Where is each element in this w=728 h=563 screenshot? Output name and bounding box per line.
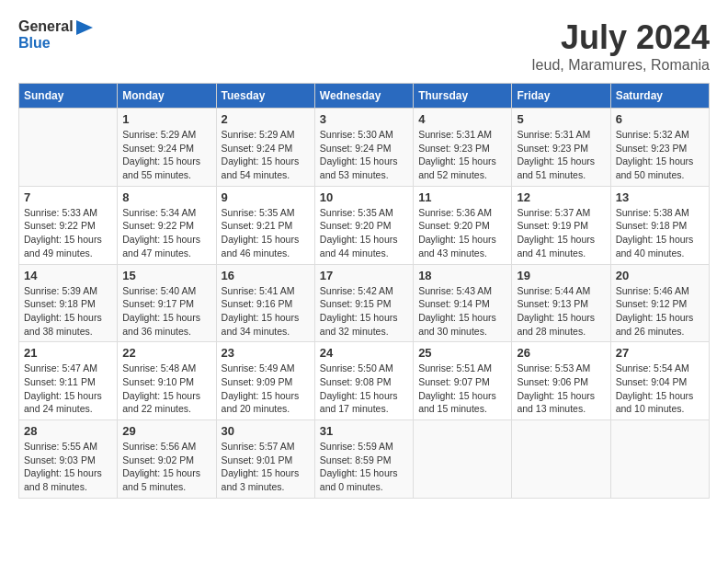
calendar-cell: 4Sunrise: 5:31 AMSunset: 9:23 PMDaylight… [414, 109, 512, 187]
calendar-cell: 26Sunrise: 5:53 AMSunset: 9:06 PMDayligh… [512, 342, 610, 420]
calendar-cell: 24Sunrise: 5:50 AMSunset: 9:08 PMDayligh… [314, 342, 413, 420]
day-info: Sunrise: 5:41 AMSunset: 9:16 PMDaylight:… [222, 284, 310, 339]
day-info: Sunrise: 5:39 AMSunset: 9:18 PMDaylight:… [24, 284, 112, 339]
logo-line1: General [18, 18, 93, 35]
day-info: Sunrise: 5:49 AMSunset: 9:09 PMDaylight:… [222, 362, 310, 416]
header-monday: Monday [118, 84, 216, 109]
calendar-cell: 18Sunrise: 5:43 AMSunset: 9:14 PMDayligh… [414, 264, 512, 342]
day-number: 2 [222, 112, 310, 126]
header-friday: Friday [512, 84, 610, 109]
day-number: 11 [418, 190, 506, 204]
calendar-cell: 29Sunrise: 5:56 AMSunset: 9:02 PMDayligh… [118, 420, 216, 499]
day-number: 29 [122, 424, 210, 438]
calendar-cell: 12Sunrise: 5:37 AMSunset: 9:19 PMDayligh… [512, 186, 610, 264]
calendar-cell: 13Sunrise: 5:38 AMSunset: 9:18 PMDayligh… [610, 186, 709, 264]
day-info: Sunrise: 5:37 AMSunset: 9:19 PMDaylight:… [517, 206, 605, 260]
day-info: Sunrise: 5:38 AMSunset: 9:18 PMDaylight:… [616, 206, 704, 260]
day-info: Sunrise: 5:34 AMSunset: 9:22 PMDaylight:… [122, 206, 210, 260]
calendar-cell: 7Sunrise: 5:33 AMSunset: 9:22 PMDaylight… [19, 186, 118, 264]
day-number: 26 [517, 346, 605, 360]
calendar-cell: 10Sunrise: 5:35 AMSunset: 9:20 PMDayligh… [314, 186, 413, 264]
calendar-cell [610, 420, 709, 499]
day-number: 7 [24, 190, 112, 204]
calendar-cell: 20Sunrise: 5:46 AMSunset: 9:12 PMDayligh… [610, 264, 709, 342]
day-number: 24 [320, 346, 408, 360]
calendar-cell: 22Sunrise: 5:48 AMSunset: 9:10 PMDayligh… [118, 342, 216, 420]
calendar-cell: 1Sunrise: 5:29 AMSunset: 9:24 PMDaylight… [118, 109, 216, 187]
logo: General Blue [18, 18, 93, 51]
calendar-cell [19, 109, 118, 187]
calendar-cell [512, 420, 610, 499]
header-saturday: Saturday [610, 84, 709, 109]
calendar-cell: 16Sunrise: 5:41 AMSunset: 9:16 PMDayligh… [216, 264, 314, 342]
calendar-cell: 9Sunrise: 5:35 AMSunset: 9:21 PMDaylight… [216, 186, 314, 264]
day-info: Sunrise: 5:29 AMSunset: 9:24 PMDaylight:… [222, 128, 310, 182]
calendar-cell: 30Sunrise: 5:57 AMSunset: 9:01 PMDayligh… [216, 420, 314, 499]
week-row-3: 14Sunrise: 5:39 AMSunset: 9:18 PMDayligh… [19, 264, 710, 342]
calendar-cell: 8Sunrise: 5:34 AMSunset: 9:22 PMDaylight… [118, 186, 216, 264]
day-info: Sunrise: 5:57 AMSunset: 9:01 PMDaylight:… [222, 440, 310, 494]
day-info: Sunrise: 5:46 AMSunset: 9:12 PMDaylight:… [616, 284, 704, 339]
month-year-title: July 2024 [531, 18, 710, 57]
calendar-cell: 3Sunrise: 5:30 AMSunset: 9:24 PMDaylight… [314, 109, 413, 187]
day-number: 23 [222, 346, 310, 360]
week-row-2: 7Sunrise: 5:33 AMSunset: 9:22 PMDaylight… [19, 186, 710, 264]
day-number: 21 [24, 346, 112, 360]
day-number: 12 [517, 190, 605, 204]
day-info: Sunrise: 5:42 AMSunset: 9:15 PMDaylight:… [320, 284, 408, 339]
header-tuesday: Tuesday [216, 84, 314, 109]
calendar-table: SundayMondayTuesdayWednesdayThursdayFrid… [18, 83, 710, 499]
logo-line2: Blue [18, 35, 93, 52]
day-number: 10 [320, 190, 408, 204]
day-number: 20 [616, 269, 704, 282]
calendar-cell: 17Sunrise: 5:42 AMSunset: 9:15 PMDayligh… [314, 264, 413, 342]
day-number: 6 [616, 112, 704, 126]
calendar-cell: 31Sunrise: 5:59 AMSunset: 8:59 PMDayligh… [314, 420, 413, 499]
week-row-4: 21Sunrise: 5:47 AMSunset: 9:11 PMDayligh… [19, 342, 710, 420]
day-info: Sunrise: 5:56 AMSunset: 9:02 PMDaylight:… [122, 440, 210, 494]
calendar-cell: 2Sunrise: 5:29 AMSunset: 9:24 PMDaylight… [216, 109, 314, 187]
calendar-cell [414, 420, 512, 499]
calendar-cell: 23Sunrise: 5:49 AMSunset: 9:09 PMDayligh… [216, 342, 314, 420]
day-number: 4 [418, 112, 506, 126]
day-number: 9 [222, 190, 310, 204]
day-info: Sunrise: 5:51 AMSunset: 9:07 PMDaylight:… [418, 362, 506, 416]
location-subtitle: Ieud, Maramures, Romania [531, 57, 710, 74]
day-number: 3 [320, 112, 408, 126]
svg-marker-0 [76, 20, 93, 35]
day-number: 18 [418, 269, 506, 282]
header-row: SundayMondayTuesdayWednesdayThursdayFrid… [19, 84, 710, 109]
day-number: 28 [24, 424, 112, 438]
day-info: Sunrise: 5:53 AMSunset: 9:06 PMDaylight:… [517, 362, 605, 416]
calendar-cell: 14Sunrise: 5:39 AMSunset: 9:18 PMDayligh… [19, 264, 118, 342]
day-info: Sunrise: 5:33 AMSunset: 9:22 PMDaylight:… [24, 206, 112, 260]
day-number: 25 [418, 346, 506, 360]
day-info: Sunrise: 5:36 AMSunset: 9:20 PMDaylight:… [418, 206, 506, 260]
calendar-cell: 5Sunrise: 5:31 AMSunset: 9:23 PMDaylight… [512, 109, 610, 187]
day-number: 30 [222, 424, 310, 438]
day-info: Sunrise: 5:59 AMSunset: 8:59 PMDaylight:… [320, 440, 408, 494]
day-info: Sunrise: 5:31 AMSunset: 9:23 PMDaylight:… [517, 128, 605, 182]
calendar-cell: 27Sunrise: 5:54 AMSunset: 9:04 PMDayligh… [610, 342, 709, 420]
header-sunday: Sunday [19, 84, 118, 109]
day-info: Sunrise: 5:43 AMSunset: 9:14 PMDaylight:… [418, 284, 506, 339]
day-number: 17 [320, 269, 408, 282]
day-info: Sunrise: 5:44 AMSunset: 9:13 PMDaylight:… [517, 284, 605, 339]
day-info: Sunrise: 5:40 AMSunset: 9:17 PMDaylight:… [122, 284, 210, 339]
title-block: July 2024 Ieud, Maramures, Romania [531, 18, 710, 74]
day-number: 13 [616, 190, 704, 204]
day-number: 31 [320, 424, 408, 438]
week-row-1: 1Sunrise: 5:29 AMSunset: 9:24 PMDaylight… [19, 109, 710, 187]
day-info: Sunrise: 5:31 AMSunset: 9:23 PMDaylight:… [418, 128, 506, 182]
day-info: Sunrise: 5:48 AMSunset: 9:10 PMDaylight:… [122, 362, 210, 416]
day-number: 19 [517, 269, 605, 282]
day-info: Sunrise: 5:47 AMSunset: 9:11 PMDaylight:… [24, 362, 112, 416]
day-info: Sunrise: 5:55 AMSunset: 9:03 PMDaylight:… [24, 440, 112, 494]
calendar-cell: 11Sunrise: 5:36 AMSunset: 9:20 PMDayligh… [414, 186, 512, 264]
day-info: Sunrise: 5:32 AMSunset: 9:23 PMDaylight:… [616, 128, 704, 182]
calendar-cell: 25Sunrise: 5:51 AMSunset: 9:07 PMDayligh… [414, 342, 512, 420]
day-info: Sunrise: 5:50 AMSunset: 9:08 PMDaylight:… [320, 362, 408, 416]
day-number: 5 [517, 112, 605, 126]
calendar-cell: 6Sunrise: 5:32 AMSunset: 9:23 PMDaylight… [610, 109, 709, 187]
day-number: 8 [122, 190, 210, 204]
